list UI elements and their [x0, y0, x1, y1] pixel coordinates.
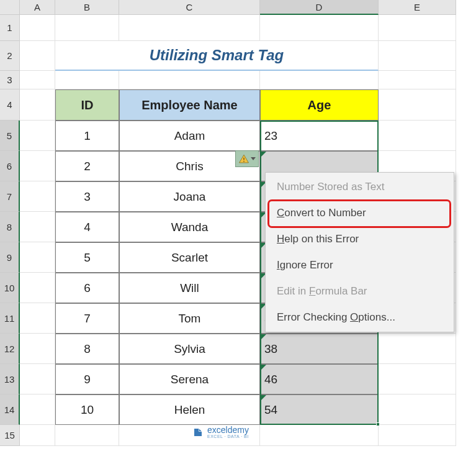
cell-e15[interactable]: [379, 425, 456, 446]
menu-help-label: elp on this Error: [284, 233, 359, 245]
cell-a8[interactable]: [20, 212, 55, 242]
menu-ignore-error[interactable]: Ignore Error: [267, 252, 452, 278]
cell-e3[interactable]: [379, 71, 456, 89]
smart-tag-menu: Number Stored as Text Convert to Number …: [265, 172, 454, 332]
cell-name-5[interactable]: Adam: [119, 121, 260, 151]
row-header-13[interactable]: 13: [0, 364, 20, 394]
select-all-corner[interactable]: [0, 0, 20, 15]
col-header-a[interactable]: A: [20, 0, 55, 15]
row-header-10[interactable]: 10: [0, 273, 20, 303]
cell-b1[interactable]: [55, 15, 119, 41]
cell-e13[interactable]: [379, 364, 456, 394]
row-header-6[interactable]: 6: [0, 151, 20, 181]
menu-error-checking-options[interactable]: Error Checking Options...: [267, 304, 452, 330]
cell-a7[interactable]: [20, 181, 55, 212]
cell-id-6[interactable]: 2: [55, 151, 119, 181]
cell-a13[interactable]: [20, 364, 55, 394]
cell-b3[interactable]: [55, 71, 119, 89]
cell-d3[interactable]: [260, 71, 379, 89]
title-cell[interactable]: Utilizing Smart Tag: [55, 41, 379, 71]
watermark-name: exceldemy: [207, 426, 249, 434]
header-name[interactable]: Employee Name: [119, 89, 260, 121]
watermark-sub: EXCEL · DATA · BI: [207, 434, 249, 439]
cell-id-11[interactable]: 7: [55, 303, 119, 334]
row-header-2[interactable]: 2: [0, 41, 20, 71]
cell-name-8[interactable]: Wanda: [119, 212, 260, 242]
column-headers: A B C D E: [20, 0, 476, 15]
cell-name-12[interactable]: Sylvia: [119, 334, 260, 364]
smart-tag-button[interactable]: [235, 150, 259, 167]
menu-convert-to-number[interactable]: Convert to Number: [267, 200, 452, 226]
cell-name-10[interactable]: Will: [119, 273, 260, 303]
cell-a14[interactable]: [20, 394, 55, 425]
cell-b15[interactable]: [55, 425, 119, 446]
col-header-c[interactable]: C: [119, 0, 260, 15]
menu-header: Number Stored as Text: [267, 174, 452, 200]
menu-edit-formula-bar[interactable]: Edit in Formula Bar: [267, 278, 452, 304]
col-header-b[interactable]: B: [55, 0, 119, 15]
cell-name-13[interactable]: Serena: [119, 364, 260, 394]
cell-d15[interactable]: [260, 425, 379, 446]
dropdown-arrow-icon: [251, 157, 256, 160]
menu-convert-label: onvert to Number: [284, 207, 366, 219]
cell-c3[interactable]: [119, 71, 260, 89]
cell-id-10[interactable]: 6: [55, 273, 119, 303]
row-header-7[interactable]: 7: [0, 181, 20, 212]
row-header-3[interactable]: 3: [0, 71, 20, 89]
cell-a9[interactable]: [20, 242, 55, 273]
cell-id-8[interactable]: 4: [55, 212, 119, 242]
cell-name-7[interactable]: Joana: [119, 181, 260, 212]
row-header-1[interactable]: 1: [0, 15, 20, 41]
cell-age-13[interactable]: 46: [260, 364, 379, 394]
logo-icon: [192, 427, 204, 438]
header-id[interactable]: ID: [55, 89, 119, 121]
cell-a6[interactable]: [20, 151, 55, 181]
cell-a15[interactable]: [20, 425, 55, 446]
cell-a4[interactable]: [20, 89, 55, 121]
header-age[interactable]: Age: [260, 89, 379, 121]
row-header-5[interactable]: 5: [0, 121, 20, 151]
col-header-d[interactable]: D: [260, 0, 379, 15]
row-header-8[interactable]: 8: [0, 212, 20, 242]
svg-rect-1: [243, 161, 245, 162]
cell-e1[interactable]: [379, 15, 456, 41]
row-header-9[interactable]: 9: [0, 242, 20, 273]
cell-id-14[interactable]: 10: [55, 394, 119, 425]
cell-a3[interactable]: [20, 71, 55, 89]
cell-age-5[interactable]: 23: [260, 121, 379, 151]
cell-e12[interactable]: [379, 334, 456, 364]
cell-a5[interactable]: [20, 121, 55, 151]
cell-id-5[interactable]: 1: [55, 121, 119, 151]
cell-id-9[interactable]: 5: [55, 242, 119, 273]
cell-name-9[interactable]: Scarlet: [119, 242, 260, 273]
menu-help-on-error[interactable]: Help on this Error: [267, 226, 452, 252]
row-header-14[interactable]: 14: [0, 394, 20, 425]
warning-icon: [238, 153, 249, 165]
cell-name-14[interactable]: Helen: [119, 394, 260, 425]
cell-a1[interactable]: [20, 15, 55, 41]
cell-a12[interactable]: [20, 334, 55, 364]
cell-a11[interactable]: [20, 303, 55, 334]
cell-e2[interactable]: [379, 41, 456, 71]
cell-a2[interactable]: [20, 41, 55, 71]
cell-name-11[interactable]: Tom: [119, 303, 260, 334]
svg-rect-0: [243, 157, 245, 160]
row-header-4[interactable]: 4: [0, 89, 20, 121]
cell-id-12[interactable]: 8: [55, 334, 119, 364]
cell-age-12[interactable]: 38: [260, 334, 379, 364]
cell-id-7[interactable]: 3: [55, 181, 119, 212]
cell-id-13[interactable]: 9: [55, 364, 119, 394]
menu-edit-label: Edit in: [277, 285, 309, 297]
cell-d1[interactable]: [260, 15, 379, 41]
row-header-11[interactable]: 11: [0, 303, 20, 334]
col-header-e[interactable]: E: [379, 0, 456, 15]
cell-age-14[interactable]: 54: [260, 394, 379, 425]
row-header-15[interactable]: 15: [0, 425, 20, 446]
cell-e5[interactable]: [379, 121, 456, 151]
cell-e14[interactable]: [379, 394, 456, 425]
cell-c1[interactable]: [119, 15, 260, 41]
cell-a10[interactable]: [20, 273, 55, 303]
row-headers: 1 2 3 4 5 6 7 8 9 10 11 12 13 14 15: [0, 0, 20, 446]
row-header-12[interactable]: 12: [0, 334, 20, 364]
cell-e4[interactable]: [379, 89, 456, 121]
